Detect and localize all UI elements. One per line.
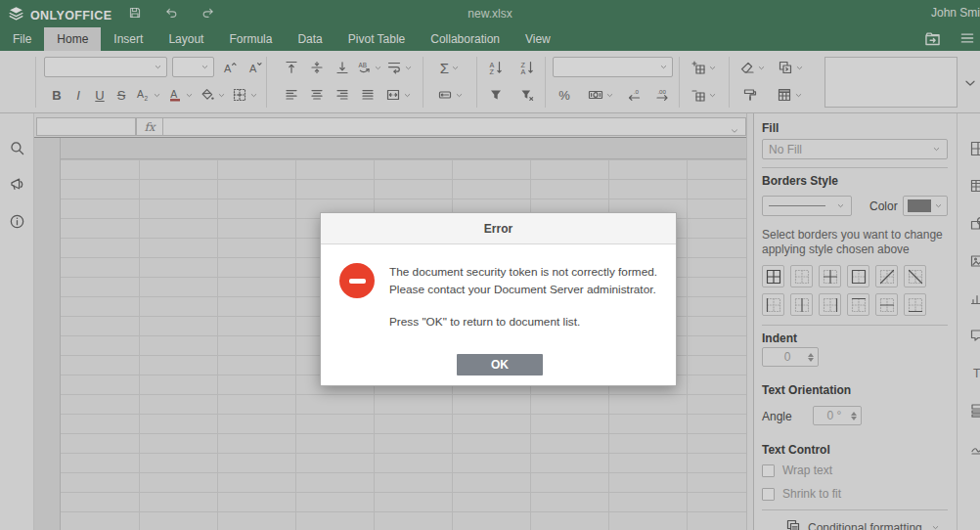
error-message-line2: Please contact your Document Server admi… — [389, 283, 656, 296]
dialog-header[interactable]: Error — [321, 213, 676, 244]
error-message-line1: The document security token is not corre… — [389, 265, 657, 279]
error-dialog: Error The document security token is not… — [320, 212, 677, 386]
dialog-title: Error — [484, 222, 512, 236]
ok-button[interactable]: OK — [457, 354, 543, 375]
spreadsheet-editor-window: ONLYOFFICE new.xlsx John Smith File Home… — [0, 0, 980, 530]
error-message-line3: Press "OK" to return to document list. — [389, 315, 580, 329]
error-icon — [339, 263, 375, 298]
